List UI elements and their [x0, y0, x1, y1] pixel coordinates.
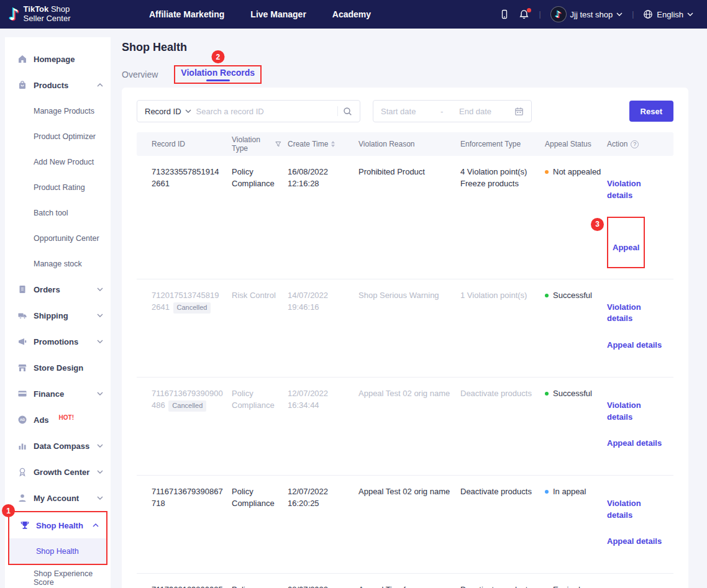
trophy-icon	[20, 520, 30, 530]
sidebar-item-batch-tool[interactable]: Batch tool	[5, 200, 111, 225]
sidebar-item-product-rating[interactable]: Product Rating	[5, 174, 111, 200]
topbar-nav: Affiliate Marketing Live Manager Academy	[149, 9, 371, 19]
appeal-status: Successful	[545, 290, 607, 302]
violation-details-link[interactable]: Violation details	[607, 498, 665, 522]
sidebar-item-store-design[interactable]: Store Design	[5, 355, 111, 381]
chevron-down-icon	[616, 12, 623, 16]
sidebar-item-label: Shipping	[34, 311, 68, 320]
appeal-link[interactable]: Appeal	[613, 242, 639, 254]
sidebar-item-my-account[interactable]: My Account	[5, 485, 111, 511]
sidebar-item-label: Orders	[34, 285, 60, 294]
col-violation-reason: Violation Reason	[358, 140, 460, 148]
violation-details-link[interactable]: Violation details	[607, 302, 665, 325]
create-time: 16/08/2022 12:16:28	[288, 166, 358, 190]
topbar: ♪ TikTok Shop Seller Center Affiliate Ma…	[0, 0, 707, 29]
notification-dot	[527, 8, 531, 12]
record-search-box: Record ID	[137, 100, 360, 122]
sidebar-item-growth-center[interactable]: Growth Center	[5, 459, 111, 485]
shop-selector[interactable]: ♪ Jjj test shop	[550, 6, 623, 22]
sidebar-item-products[interactable]: Products	[5, 72, 111, 98]
table-header: Record ID Violation Type Create Time Vio…	[137, 132, 673, 156]
mobile-icon[interactable]	[499, 9, 509, 19]
tab-overview[interactable]: Overview	[122, 68, 158, 81]
sort-arrows-icon[interactable]	[331, 141, 335, 147]
appeal-status: Not appealed	[545, 166, 607, 178]
col-record-id: Record ID	[152, 140, 232, 148]
main-content: Shop Health Overview 2 Violation Records…	[111, 29, 707, 588]
sidebar-item-orders[interactable]: Orders	[5, 276, 111, 302]
nav-academy[interactable]: Academy	[332, 9, 371, 19]
logo-line1-bold: TikTok	[24, 4, 49, 14]
appeal-details-link[interactable]: Appeal details	[607, 438, 665, 450]
reset-button[interactable]: Reset	[629, 101, 673, 122]
sidebar-item-ads[interactable]: AD Ads HOT!	[5, 407, 111, 433]
enforcement-type: 1 Violation point(s)	[460, 290, 545, 302]
annotation-box-violation-records: 2 Violation Records	[174, 65, 262, 84]
sidebar-item-product-optimizer[interactable]: Product Optimizer	[5, 124, 111, 149]
globe-icon	[643, 9, 653, 19]
search-type-label: Record ID	[145, 107, 181, 116]
topbar-divider: |	[539, 10, 541, 19]
chevron-down-icon	[97, 444, 103, 448]
search-type-dropdown[interactable]: Record ID	[145, 107, 191, 116]
status-dot	[545, 294, 549, 297]
language-selector[interactable]: English	[643, 9, 693, 19]
question-circle-icon[interactable]: ?	[631, 140, 639, 148]
bell-icon[interactable]	[519, 9, 529, 20]
table-row: 7116713679390900486 Cancelled Policy Com…	[137, 378, 673, 476]
filter-funnel-icon[interactable]	[275, 141, 281, 148]
action-cell: Violation details Appeal details	[607, 290, 673, 366]
sidebar-item-manage-stock[interactable]: Manage stock	[5, 251, 111, 276]
sidebar-item-shipping[interactable]: Shipping	[5, 302, 111, 328]
app-logo[interactable]: ♪ TikTok Shop Seller Center	[9, 5, 125, 24]
sidebar-item-shop-health[interactable]: Shop Health	[9, 512, 106, 538]
topbar-right: | ♪ Jjj test shop | English	[499, 6, 693, 22]
violation-details-link[interactable]: Violation details	[607, 178, 665, 202]
products-bag-icon	[17, 80, 27, 90]
appeal-details-link[interactable]: Appeal details	[607, 536, 665, 548]
col-appeal-status: Appeal Status	[545, 140, 607, 148]
violation-type: Policy Compliance	[232, 166, 288, 190]
action-cell: Violation details 3 Appeal	[607, 166, 673, 268]
date-range-picker[interactable]: Start date - End date	[373, 100, 532, 122]
sidebar-item-homepage[interactable]: Homepage	[5, 46, 111, 72]
sidebar-item-data-compass[interactable]: Data Compass	[5, 433, 111, 459]
violation-reason: Appeal Test 02 orig name	[358, 388, 460, 400]
truck-icon	[17, 310, 27, 320]
search-icon[interactable]	[343, 107, 352, 116]
shop-name: Jjj test shop	[570, 10, 613, 19]
start-date-input[interactable]: Start date	[381, 107, 440, 116]
violation-details-link[interactable]: Violation details	[607, 400, 665, 423]
sidebar-item-shop-health-sub[interactable]: Shop Health	[9, 538, 106, 564]
sidebar-item-manage-products[interactable]: Manage Products	[5, 98, 111, 124]
status-dot	[545, 392, 549, 396]
sidebar-item-finance[interactable]: Finance	[5, 381, 111, 407]
language-label: English	[657, 10, 683, 19]
sidebar-item-label: My Account	[34, 494, 79, 503]
appeal-details-link[interactable]: Appeal details	[607, 340, 665, 351]
sidebar-item-opportunity-center[interactable]: Opportunity Center	[5, 225, 111, 251]
status-dot	[545, 490, 549, 494]
violation-type: Risk Control	[232, 290, 288, 302]
tab-violation-records[interactable]: Violation Records	[181, 66, 255, 81]
sidebar-item-promotions[interactable]: Promotions	[5, 328, 111, 355]
col-enforcement-type: Enforcement Type	[460, 140, 545, 148]
sidebar-item-add-new-product[interactable]: Add New Product	[5, 149, 111, 174]
action-cell: Violation details Appeal details	[607, 486, 673, 563]
nav-live-manager[interactable]: Live Manager	[250, 9, 306, 19]
nav-affiliate-marketing[interactable]: Affiliate Marketing	[149, 9, 224, 19]
sidebar-item-label: Store Design	[34, 363, 83, 373]
calendar-icon	[514, 107, 524, 116]
home-icon	[17, 54, 27, 64]
sidebar-item-label: Ads	[34, 415, 49, 425]
chevron-down-icon	[97, 314, 103, 317]
tiktok-note-icon: ♪	[555, 10, 561, 19]
record-id: 7120175137458192641 Cancelled	[152, 290, 232, 314]
col-action: Action ?	[607, 140, 673, 148]
sidebar-item-shop-experience-score[interactable]: Shop Experience Score	[5, 565, 111, 588]
search-input[interactable]	[196, 107, 332, 116]
annotation-step-1: 1	[2, 504, 15, 517]
enforcement-type: 4 Violation point(s) Freeze products	[460, 166, 545, 190]
end-date-input[interactable]: End date	[459, 107, 514, 116]
page-title: Shop Health	[122, 41, 688, 54]
